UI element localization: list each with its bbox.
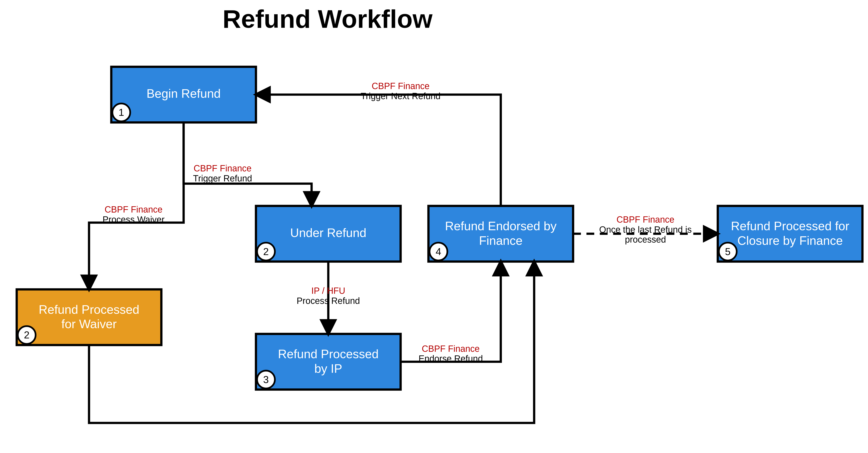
edge-process-waiver-action: Process Waiver: [102, 215, 164, 224]
edge-trigger-refund-action: Trigger Refund: [193, 174, 252, 183]
node-under-refund-number: 2: [263, 246, 269, 257]
edge-last-refund-closure: CBPF Finance Once the last Refund is pro…: [573, 215, 718, 244]
edge-process-waiver-role: CBPF Finance: [105, 205, 162, 214]
node-closure-label-line2: Closure by Finance: [738, 234, 843, 247]
diagram-title: Refund Workflow: [222, 5, 433, 33]
node-closure-number: 5: [725, 246, 731, 257]
node-begin-refund-number: 1: [119, 107, 124, 118]
node-begin-refund: Begin Refund 1: [111, 67, 256, 123]
node-waiver-label-line2: for Waiver: [61, 317, 117, 331]
node-endorsed-label-line2: Finance: [479, 234, 523, 247]
node-endorsed-number: 4: [436, 246, 441, 257]
edge-endorse-refund: CBPF Finance Endorse Refund: [401, 262, 501, 364]
node-under-refund-label: Under Refund: [290, 226, 367, 240]
edge-process-refund-action: Process Refund: [297, 296, 360, 306]
workflow-diagram: Refund Workflow Begin Refund 1 Under Ref…: [0, 0, 868, 434]
node-waiver-label-line1: Refund Processed: [39, 303, 140, 316]
edge-trigger-refund: CBPF Finance Trigger Refund: [184, 122, 312, 206]
node-begin-refund-label: Begin Refund: [147, 87, 221, 100]
edge-process-refund: IP / HFU Process Refund: [297, 262, 360, 334]
edge-trigger-next-refund: CBPF Finance Trigger Next Refund: [256, 81, 501, 206]
node-endorsed-label-line1: Refund Endorsed by: [445, 219, 557, 233]
edge-trigger-next-action: Trigger Next Refund: [361, 91, 441, 101]
edge-trigger-refund-role: CBPF Finance: [193, 163, 251, 173]
edge-last-refund-action-line2: processed: [625, 235, 666, 244]
node-refund-closure-finance: Refund Processed for Closure by Finance …: [718, 206, 863, 262]
node-refund-processed-waiver: Refund Processed for Waiver 2: [17, 290, 161, 345]
node-byip-number: 3: [263, 374, 269, 385]
node-refund-endorsed-finance: Refund Endorsed by Finance 4: [429, 206, 573, 262]
edge-trigger-next-role: CBPF Finance: [372, 81, 430, 91]
edge-endorse-refund-action: Endorse Refund: [418, 354, 483, 364]
edge-process-waiver: CBPF Finance Process Waiver: [89, 122, 184, 290]
node-byip-label-line2: by IP: [314, 362, 342, 375]
node-byip-label-line1: Refund Processed: [278, 347, 379, 361]
edge-last-refund-role: CBPF Finance: [616, 215, 674, 224]
node-waiver-number: 2: [24, 329, 30, 340]
edge-last-refund-action-line1: Once the last Refund is: [599, 225, 692, 235]
node-closure-label-line1: Refund Processed for: [731, 219, 849, 233]
node-refund-processed-by-ip: Refund Processed by IP 3: [256, 334, 401, 390]
edge-endorse-refund-role: CBPF Finance: [422, 344, 479, 354]
edge-process-refund-role: IP / HFU: [311, 286, 345, 296]
node-under-refund: Under Refund 2: [256, 206, 401, 262]
